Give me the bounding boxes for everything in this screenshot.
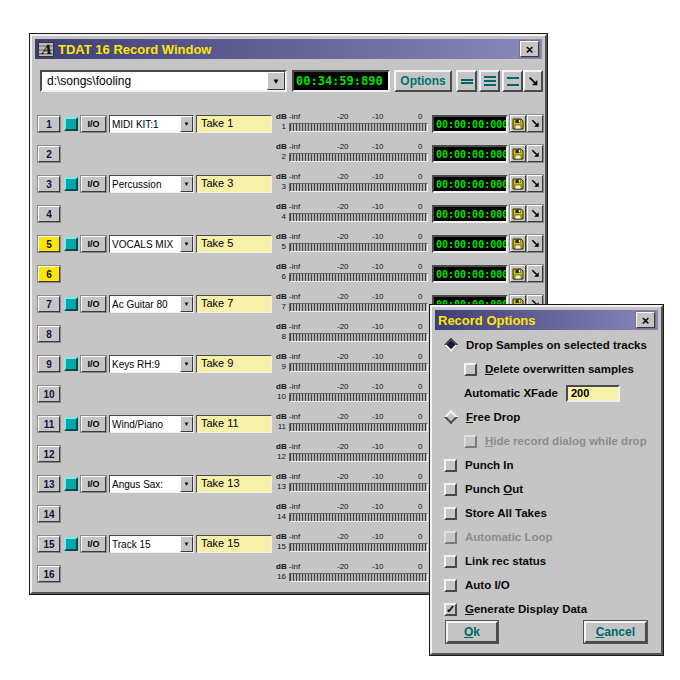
close-icon[interactable]: ×	[636, 312, 655, 328]
dialog-titlebar[interactable]: Record Options ×	[435, 310, 658, 330]
track-number-button[interactable]: 10	[38, 386, 60, 402]
record-enable-button[interactable]	[64, 117, 78, 131]
chevron-down-icon[interactable]: ▼	[180, 536, 193, 552]
track-name-select[interactable]: Percussion ▼	[109, 175, 194, 193]
io-button[interactable]: I/O	[81, 236, 106, 252]
take-field[interactable]: Take 15	[196, 535, 272, 553]
route-button[interactable]	[527, 205, 543, 222]
track-name-select[interactable]: Angus Sax: ▼	[109, 475, 194, 493]
cancel-button[interactable]: Cancel	[584, 621, 647, 643]
track-name-select[interactable]: MIDI KIT:1 ▼	[109, 115, 194, 133]
track-number-button[interactable]: 5	[38, 236, 60, 252]
save-button[interactable]	[510, 205, 526, 222]
track-number-button[interactable]: 3	[38, 176, 60, 192]
take-field[interactable]: Take 11	[196, 415, 272, 433]
radio-checked-icon[interactable]	[444, 338, 458, 352]
chevron-down-icon[interactable]: ▼	[180, 176, 193, 192]
checkbox-icon[interactable]	[444, 579, 457, 592]
route-button[interactable]	[527, 115, 543, 132]
track-name-select[interactable]: Track 15 ▼	[109, 535, 194, 553]
track-number-button[interactable]: 7	[38, 296, 60, 312]
take-field[interactable]: Take 13	[196, 475, 272, 493]
level-meter: dB -inf -20 -10 0 15	[275, 532, 430, 556]
track-name-select[interactable]: Wind/Piano ▼	[109, 415, 194, 433]
track-number-button[interactable]: 6	[38, 266, 60, 282]
checkbox-icon[interactable]	[464, 363, 477, 376]
io-button[interactable]: I/O	[81, 416, 106, 432]
floppy-icon	[512, 238, 524, 250]
record-enable-button[interactable]	[64, 537, 78, 551]
io-button[interactable]: I/O	[81, 296, 106, 312]
track-number-button[interactable]: 12	[38, 446, 60, 462]
track-number-button[interactable]: 14	[38, 506, 60, 522]
floppy-icon	[512, 118, 524, 130]
record-enable-button[interactable]	[64, 477, 78, 491]
track-number-button[interactable]: 2	[38, 146, 60, 162]
option-label[interactable]: Link rec status	[465, 555, 546, 567]
chevron-down-icon[interactable]: ▼	[180, 116, 193, 132]
option-label[interactable]: Free Drop	[466, 411, 520, 423]
option-label[interactable]: Generate Display Data	[465, 603, 587, 615]
save-button[interactable]	[510, 235, 526, 252]
chevron-down-icon[interactable]: ▼	[180, 236, 193, 252]
option-label[interactable]: Drop Samples on selected tracks	[466, 339, 647, 351]
track-number-button[interactable]: 9	[38, 356, 60, 372]
io-button[interactable]: I/O	[81, 116, 106, 132]
checkbox-icon[interactable]	[444, 507, 457, 520]
option-label[interactable]: Punch Out	[465, 483, 523, 495]
meter-scale-label: -10	[372, 292, 384, 301]
save-button[interactable]	[510, 265, 526, 282]
take-field[interactable]: Take 1	[196, 115, 272, 133]
xfade-input[interactable]	[566, 385, 620, 402]
chevron-down-icon[interactable]: ▼	[180, 356, 193, 372]
track-name-select[interactable]: Ac Guitar 80 ▼	[109, 295, 194, 313]
track-number-button[interactable]: 16	[38, 566, 60, 582]
option-label[interactable]: Punch In	[465, 459, 514, 471]
save-button[interactable]	[510, 175, 526, 192]
record-enable-button[interactable]	[64, 357, 78, 371]
track-number-button[interactable]: 13	[38, 476, 60, 492]
radio-icon[interactable]	[444, 410, 458, 424]
track-number-button[interactable]: 8	[38, 326, 60, 342]
take-field[interactable]: Take 9	[196, 355, 272, 373]
track-number-button[interactable]: 4	[38, 206, 60, 222]
option-label[interactable]: Automatic XFade	[464, 387, 558, 399]
take-field[interactable]: Take 3	[196, 175, 272, 193]
route-button[interactable]	[527, 145, 543, 162]
save-button[interactable]	[510, 115, 526, 132]
track-name-select[interactable]: VOCALS MIX ▼	[109, 235, 194, 253]
record-enable-button[interactable]	[64, 237, 78, 251]
record-enable-button[interactable]	[64, 297, 78, 311]
checkbox-icon[interactable]	[444, 459, 457, 472]
record-enable-button[interactable]	[64, 177, 78, 191]
track-name-select[interactable]: Keys RH:9 ▼	[109, 355, 194, 373]
chevron-down-icon[interactable]: ▼	[180, 476, 193, 492]
meter-track-number: 15	[275, 542, 286, 551]
track-number-button[interactable]: 11	[38, 416, 60, 432]
chevron-down-icon[interactable]: ▼	[180, 416, 193, 432]
option-label[interactable]: Delete overwritten samples	[485, 363, 634, 375]
meter-scale-label: -inf	[289, 532, 300, 541]
checkbox-icon[interactable]	[444, 483, 457, 496]
record-enable-button[interactable]	[64, 417, 78, 431]
io-button[interactable]: I/O	[81, 356, 106, 372]
route-button[interactable]	[527, 235, 543, 252]
option-label[interactable]: Auto I/O	[465, 579, 510, 591]
io-button[interactable]: I/O	[81, 476, 106, 492]
save-button[interactable]	[510, 145, 526, 162]
io-button[interactable]: I/O	[81, 536, 106, 552]
ok-button[interactable]: Ok	[446, 621, 498, 643]
io-button[interactable]: I/O	[81, 176, 106, 192]
chevron-down-icon[interactable]: ▼	[180, 296, 193, 312]
checkbox-checked-icon[interactable]: ✓	[444, 603, 457, 616]
checkbox-icon[interactable]	[444, 555, 457, 568]
track-number-button[interactable]: 15	[38, 536, 60, 552]
take-field[interactable]: Take 5	[196, 235, 272, 253]
take-field[interactable]: Take 7	[196, 295, 272, 313]
meter-scale-label: 0	[418, 532, 422, 541]
route-button[interactable]	[527, 265, 543, 282]
option-label[interactable]: Store All Takes	[465, 507, 547, 519]
dialog-buttons: Ok Cancel	[446, 621, 647, 643]
track-number-button[interactable]: 1	[38, 116, 60, 132]
route-button[interactable]	[527, 175, 543, 192]
